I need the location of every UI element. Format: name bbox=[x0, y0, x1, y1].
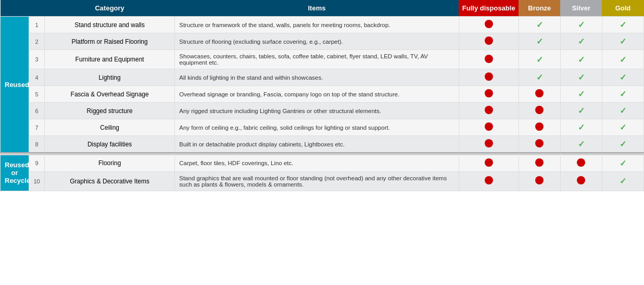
gold-cell: ✓ bbox=[602, 69, 643, 86]
gold-cell: ✓ bbox=[602, 103, 643, 119]
fd-cell bbox=[459, 136, 519, 153]
category-cell: Fascia & Overhead Signage bbox=[45, 86, 175, 103]
check-mark: ✓ bbox=[536, 20, 543, 29]
fd-cell bbox=[459, 33, 519, 50]
silver-cell: ✓ bbox=[560, 86, 602, 103]
fd-cell bbox=[459, 119, 519, 136]
bronze-cell bbox=[519, 103, 560, 119]
bronze-cell bbox=[519, 171, 560, 191]
main-container: Category Items Fully disposable Bronze S… bbox=[0, 0, 644, 191]
row-number: 10 bbox=[29, 171, 45, 191]
category-cell: Platform or Raised Flooring bbox=[45, 33, 175, 50]
table-row: 8Display facilitiesBuilt in or detachabl… bbox=[1, 136, 644, 153]
check-mark: ✓ bbox=[578, 123, 585, 132]
check-mark: ✓ bbox=[536, 37, 543, 46]
silver-cell: ✓ bbox=[560, 103, 602, 119]
table-row: 7CeilingAny form of ceiling e.g., fabric… bbox=[1, 119, 644, 136]
th-bronze: Bronze bbox=[519, 0, 560, 17]
row-number: 8 bbox=[29, 136, 45, 153]
table-body: Reused1Stand structure and wallsStructur… bbox=[1, 17, 644, 191]
check-mark: ✓ bbox=[578, 106, 585, 115]
check-mark: ✓ bbox=[620, 159, 626, 168]
gold-cell: ✓ bbox=[602, 136, 643, 153]
red-dot bbox=[535, 106, 544, 114]
silver-cell: ✓ bbox=[560, 33, 602, 50]
category-cell: Flooring bbox=[45, 155, 175, 171]
category-cell: Stand structure and walls bbox=[45, 17, 175, 33]
bronze-cell bbox=[519, 136, 560, 153]
red-dot bbox=[485, 55, 493, 63]
silver-cell: ✓ bbox=[560, 136, 602, 153]
red-dot bbox=[535, 139, 544, 147]
red-dot bbox=[535, 176, 544, 184]
items-cell: Structure of flooring (excluding surface… bbox=[175, 33, 459, 50]
check-mark: ✓ bbox=[620, 106, 626, 115]
silver-cell: ✓ bbox=[560, 17, 602, 33]
red-dot bbox=[485, 36, 493, 45]
table-row: 10Graphics & Decorative ItemsStand graph… bbox=[1, 171, 644, 191]
items-cell: Any form of ceiling e.g., fabric ceiling… bbox=[175, 119, 459, 136]
red-dot bbox=[535, 158, 544, 167]
table-row: 6Rigged structureAny rigged structure in… bbox=[1, 103, 644, 119]
items-cell: Built in or detachable product display c… bbox=[175, 136, 459, 153]
items-cell: Overhead signage or branding, Fascia, co… bbox=[175, 86, 459, 103]
items-cell: All kinds of lighting in the stand and w… bbox=[175, 69, 459, 86]
category-cell: Display facilities bbox=[45, 136, 175, 153]
items-cell: Showcases, counters, chairs, tables, sof… bbox=[175, 50, 459, 69]
red-dot bbox=[485, 72, 493, 81]
fd-cell bbox=[459, 171, 519, 191]
check-mark: ✓ bbox=[620, 37, 626, 46]
check-mark: ✓ bbox=[620, 140, 626, 148]
items-cell: Stand graphics that are wall mounted or … bbox=[175, 171, 459, 191]
bronze-cell: ✓ bbox=[519, 33, 560, 50]
red-dot bbox=[485, 176, 493, 184]
category-cell: Furniture and Equipment bbox=[45, 50, 175, 69]
th-silver: Silver bbox=[560, 0, 602, 17]
check-mark: ✓ bbox=[578, 140, 585, 148]
th-category: Category bbox=[45, 0, 175, 17]
silver-cell: ✓ bbox=[560, 50, 602, 69]
silver-cell: ✓ bbox=[560, 69, 602, 86]
red-dot bbox=[485, 106, 493, 114]
fd-cell bbox=[459, 86, 519, 103]
check-mark: ✓ bbox=[536, 73, 543, 82]
category-cell: Rigged structure bbox=[45, 103, 175, 119]
items-cell: Structure or framework of the stand, wal… bbox=[175, 17, 459, 33]
gold-cell: ✓ bbox=[602, 119, 643, 136]
category-cell: Lighting bbox=[45, 69, 175, 86]
row-number: 9 bbox=[29, 155, 45, 171]
fd-cell bbox=[459, 17, 519, 33]
row-number: 1 bbox=[29, 17, 45, 33]
check-mark: ✓ bbox=[578, 90, 585, 98]
red-dot bbox=[485, 139, 493, 147]
group-label: Reused bbox=[1, 17, 29, 153]
table-row: 5Fascia & Overhead SignageOverhead signa… bbox=[1, 86, 644, 103]
bronze-cell: ✓ bbox=[519, 50, 560, 69]
red-dot bbox=[577, 158, 585, 167]
table-row: Reused1Stand structure and wallsStructur… bbox=[1, 17, 644, 33]
red-dot bbox=[485, 20, 493, 28]
silver-cell bbox=[560, 155, 602, 171]
header-row: Category Items Fully disposable Bronze S… bbox=[1, 0, 644, 17]
red-dot bbox=[577, 176, 585, 184]
items-cell: Any rigged structure including Lighting … bbox=[175, 103, 459, 119]
check-mark: ✓ bbox=[620, 177, 626, 185]
row-number: 3 bbox=[29, 50, 45, 69]
bronze-cell: ✓ bbox=[519, 69, 560, 86]
gold-cell: ✓ bbox=[602, 155, 643, 171]
red-dot bbox=[485, 122, 493, 131]
row-number: 5 bbox=[29, 86, 45, 103]
th-group bbox=[1, 0, 45, 17]
red-dot bbox=[535, 89, 544, 97]
check-mark: ✓ bbox=[578, 55, 585, 64]
silver-cell bbox=[560, 171, 602, 191]
check-mark: ✓ bbox=[578, 73, 585, 82]
category-cell: Graphics & Decorative Items bbox=[45, 171, 175, 191]
bronze-cell bbox=[519, 155, 560, 171]
row-number: 4 bbox=[29, 69, 45, 86]
check-mark: ✓ bbox=[536, 55, 543, 64]
fd-cell bbox=[459, 103, 519, 119]
bronze-cell bbox=[519, 119, 560, 136]
table-row: 4LightingAll kinds of lighting in the st… bbox=[1, 69, 644, 86]
row-number: 6 bbox=[29, 103, 45, 119]
